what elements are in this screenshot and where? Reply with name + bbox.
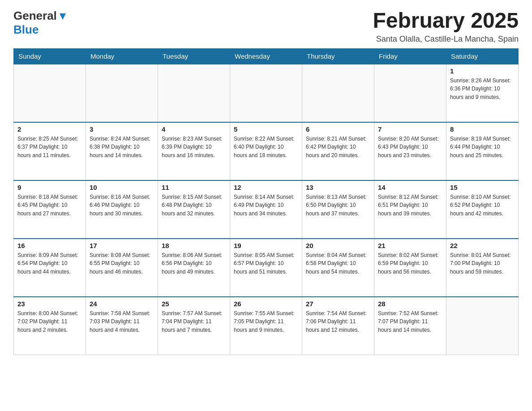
- calendar-cell: 14Sunrise: 8:12 AM Sunset: 6:51 PM Dayli…: [374, 180, 446, 239]
- day-info: Sunrise: 8:09 AM Sunset: 6:54 PM Dayligh…: [17, 251, 82, 276]
- day-info: Sunrise: 8:26 AM Sunset: 6:36 PM Dayligh…: [450, 77, 515, 102]
- calendar-cell: 23Sunrise: 8:00 AM Sunset: 7:02 PM Dayli…: [14, 297, 86, 355]
- title-block: February 2025 Santa Olalla, Castille-La …: [373, 9, 519, 44]
- day-number: 19: [234, 242, 298, 249]
- calendar-cell: 8Sunrise: 8:19 AM Sunset: 6:44 PM Daylig…: [446, 122, 519, 180]
- calendar-cell: 17Sunrise: 8:08 AM Sunset: 6:55 PM Dayli…: [86, 239, 158, 297]
- day-number: 23: [17, 300, 82, 308]
- day-number: 18: [162, 242, 226, 249]
- calendar-cell: 20Sunrise: 8:04 AM Sunset: 6:58 PM Dayli…: [302, 239, 374, 297]
- day-info: Sunrise: 8:23 AM Sunset: 6:39 PM Dayligh…: [162, 135, 226, 160]
- day-info: Sunrise: 7:57 AM Sunset: 7:04 PM Dayligh…: [162, 309, 226, 334]
- calendar-cell: 19Sunrise: 8:05 AM Sunset: 6:57 PM Dayli…: [230, 239, 302, 297]
- calendar-cell: 6Sunrise: 8:21 AM Sunset: 6:42 PM Daylig…: [302, 122, 374, 180]
- day-number: 16: [17, 242, 82, 249]
- calendar-cell: [86, 64, 158, 122]
- logo: General Blue: [13, 9, 68, 37]
- calendar-cell: 2Sunrise: 8:25 AM Sunset: 6:37 PM Daylig…: [14, 122, 86, 180]
- day-info: Sunrise: 8:19 AM Sunset: 6:44 PM Dayligh…: [450, 135, 515, 160]
- day-info: Sunrise: 8:18 AM Sunset: 6:45 PM Dayligh…: [17, 193, 82, 218]
- day-number: 2: [17, 125, 82, 133]
- location-text: Santa Olalla, Castille-La Mancha, Spain: [373, 34, 519, 44]
- calendar-cell: 10Sunrise: 8:16 AM Sunset: 6:46 PM Dayli…: [86, 180, 158, 239]
- svg-marker-0: [60, 13, 66, 20]
- calendar-cell: [374, 64, 446, 122]
- day-info: Sunrise: 8:10 AM Sunset: 6:52 PM Dayligh…: [450, 193, 515, 218]
- calendar-cell: 25Sunrise: 7:57 AM Sunset: 7:04 PM Dayli…: [158, 297, 230, 355]
- day-number: 13: [306, 184, 370, 191]
- day-info: Sunrise: 7:58 AM Sunset: 7:03 PM Dayligh…: [90, 309, 154, 334]
- day-number: 20: [306, 242, 370, 249]
- day-info: Sunrise: 8:00 AM Sunset: 7:02 PM Dayligh…: [17, 309, 82, 334]
- day-info: Sunrise: 8:06 AM Sunset: 6:56 PM Dayligh…: [162, 251, 226, 276]
- day-number: 25: [162, 300, 226, 308]
- calendar-cell: 16Sunrise: 8:09 AM Sunset: 6:54 PM Dayli…: [14, 239, 86, 297]
- page-header: General Blue February 2025 Santa Olalla,…: [13, 9, 519, 44]
- calendar-cell: 9Sunrise: 8:18 AM Sunset: 6:45 PM Daylig…: [14, 180, 86, 239]
- day-info: Sunrise: 7:52 AM Sunset: 7:07 PM Dayligh…: [378, 309, 442, 334]
- calendar-cell: 24Sunrise: 7:58 AM Sunset: 7:03 PM Dayli…: [86, 297, 158, 355]
- calendar-cell: 12Sunrise: 8:14 AM Sunset: 6:49 PM Dayli…: [230, 180, 302, 239]
- logo-triangle-icon: [58, 12, 68, 21]
- calendar-week-row: 23Sunrise: 8:00 AM Sunset: 7:02 PM Dayli…: [14, 297, 519, 355]
- day-info: Sunrise: 8:25 AM Sunset: 6:37 PM Dayligh…: [17, 135, 82, 160]
- day-number: 3: [90, 125, 154, 133]
- calendar-cell: [14, 64, 86, 122]
- calendar-cell: 15Sunrise: 8:10 AM Sunset: 6:52 PM Dayli…: [446, 180, 519, 239]
- day-header-wednesday: Wednesday: [230, 48, 302, 64]
- day-info: Sunrise: 8:21 AM Sunset: 6:42 PM Dayligh…: [306, 135, 370, 160]
- calendar-cell: 7Sunrise: 8:20 AM Sunset: 6:43 PM Daylig…: [374, 122, 446, 180]
- calendar-cell: 26Sunrise: 7:55 AM Sunset: 7:05 PM Dayli…: [230, 297, 302, 355]
- logo-general-text: General: [13, 9, 57, 23]
- calendar-cell: 5Sunrise: 8:22 AM Sunset: 6:40 PM Daylig…: [230, 122, 302, 180]
- calendar-table: SundayMondayTuesdayWednesdayThursdayFrid…: [13, 48, 519, 355]
- day-number: 9: [17, 184, 82, 191]
- calendar-cell: 4Sunrise: 8:23 AM Sunset: 6:39 PM Daylig…: [158, 122, 230, 180]
- day-info: Sunrise: 7:55 AM Sunset: 7:05 PM Dayligh…: [234, 309, 298, 334]
- day-header-tuesday: Tuesday: [158, 48, 230, 64]
- day-number: 12: [234, 184, 298, 191]
- day-info: Sunrise: 8:04 AM Sunset: 6:58 PM Dayligh…: [306, 251, 370, 276]
- calendar-header-row: SundayMondayTuesdayWednesdayThursdayFrid…: [14, 48, 519, 64]
- day-number: 26: [234, 300, 298, 308]
- day-info: Sunrise: 8:12 AM Sunset: 6:51 PM Dayligh…: [378, 193, 442, 218]
- day-header-saturday: Saturday: [446, 48, 519, 64]
- day-number: 1: [450, 67, 515, 75]
- calendar-cell: 28Sunrise: 7:52 AM Sunset: 7:07 PM Dayli…: [374, 297, 446, 355]
- day-number: 7: [378, 125, 442, 133]
- day-info: Sunrise: 8:08 AM Sunset: 6:55 PM Dayligh…: [90, 251, 154, 276]
- day-header-friday: Friday: [374, 48, 446, 64]
- day-info: Sunrise: 8:16 AM Sunset: 6:46 PM Dayligh…: [90, 193, 154, 218]
- day-number: 22: [450, 242, 515, 249]
- day-info: Sunrise: 8:15 AM Sunset: 6:48 PM Dayligh…: [162, 193, 226, 218]
- day-number: 17: [90, 242, 154, 249]
- calendar-cell: 11Sunrise: 8:15 AM Sunset: 6:48 PM Dayli…: [158, 180, 230, 239]
- day-header-thursday: Thursday: [302, 48, 374, 64]
- calendar-week-row: 2Sunrise: 8:25 AM Sunset: 6:37 PM Daylig…: [14, 122, 519, 180]
- calendar-cell: 13Sunrise: 8:13 AM Sunset: 6:50 PM Dayli…: [302, 180, 374, 239]
- month-title: February 2025: [373, 9, 519, 33]
- day-info: Sunrise: 8:13 AM Sunset: 6:50 PM Dayligh…: [306, 193, 370, 218]
- calendar-week-row: 9Sunrise: 8:18 AM Sunset: 6:45 PM Daylig…: [14, 180, 519, 239]
- day-info: Sunrise: 8:22 AM Sunset: 6:40 PM Dayligh…: [234, 135, 298, 160]
- day-info: Sunrise: 8:01 AM Sunset: 7:00 PM Dayligh…: [450, 251, 515, 276]
- calendar-cell: [230, 64, 302, 122]
- calendar-cell: 27Sunrise: 7:54 AM Sunset: 7:06 PM Dayli…: [302, 297, 374, 355]
- day-number: 10: [90, 184, 154, 191]
- day-number: 28: [378, 300, 442, 308]
- day-number: 6: [306, 125, 370, 133]
- calendar-cell: 22Sunrise: 8:01 AM Sunset: 7:00 PM Dayli…: [446, 239, 519, 297]
- day-number: 15: [450, 184, 515, 191]
- calendar-week-row: 16Sunrise: 8:09 AM Sunset: 6:54 PM Dayli…: [14, 239, 519, 297]
- day-info: Sunrise: 8:20 AM Sunset: 6:43 PM Dayligh…: [378, 135, 442, 160]
- calendar-cell: [446, 297, 519, 355]
- day-number: 27: [306, 300, 370, 308]
- logo-blue-text: Blue: [13, 23, 39, 36]
- day-number: 5: [234, 125, 298, 133]
- calendar-cell: 18Sunrise: 8:06 AM Sunset: 6:56 PM Dayli…: [158, 239, 230, 297]
- day-info: Sunrise: 8:05 AM Sunset: 6:57 PM Dayligh…: [234, 251, 298, 276]
- day-number: 21: [378, 242, 442, 249]
- day-number: 4: [162, 125, 226, 133]
- calendar-cell: [302, 64, 374, 122]
- day-header-sunday: Sunday: [14, 48, 86, 64]
